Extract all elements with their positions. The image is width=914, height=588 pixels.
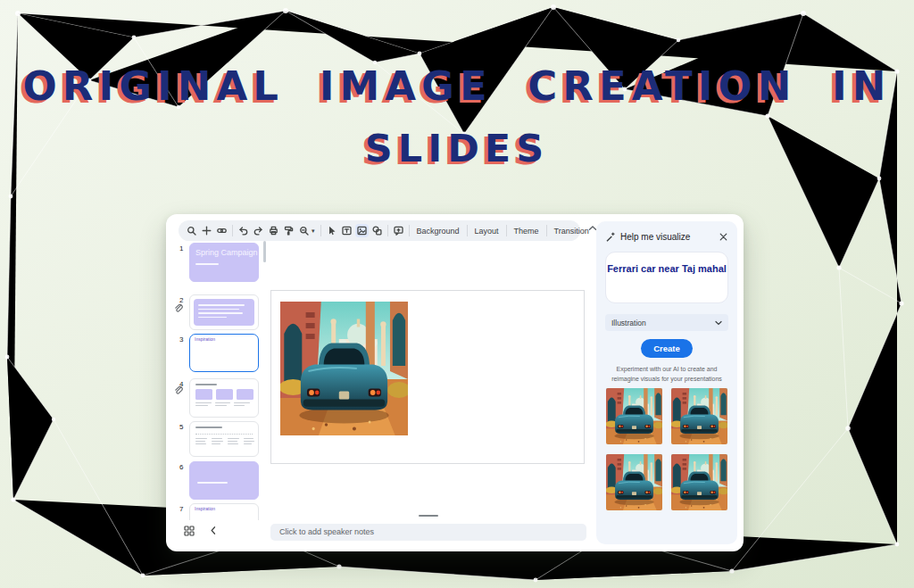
panel-title: Help me visualize bbox=[620, 232, 713, 242]
chevron-left-icon[interactable] bbox=[209, 526, 218, 535]
slide7-label: Inspiration bbox=[190, 504, 258, 511]
zoom-icon[interactable] bbox=[299, 226, 309, 236]
generated-image-4[interactable] bbox=[671, 454, 727, 510]
add-icon[interactable] bbox=[202, 226, 212, 236]
help-me-visualize-panel: Help me visualize Ferrari car near Taj m… bbox=[596, 221, 737, 544]
hero-title-line2: Slides bbox=[0, 129, 914, 168]
slide-thumbnail-1[interactable]: Spring Campaign bbox=[189, 243, 259, 282]
theme-button[interactable]: Theme bbox=[512, 227, 541, 236]
style-dropdown[interactable]: Illustration bbox=[605, 314, 728, 331]
generated-image-3[interactable] bbox=[606, 454, 662, 510]
filmstrip-scrollbar[interactable] bbox=[263, 241, 266, 262]
paperclip-icon bbox=[173, 385, 183, 395]
slide-number: 6 bbox=[179, 463, 183, 471]
slides-app-window: ▾ Background Layout Theme Transition ⋮ 1… bbox=[166, 214, 744, 551]
style-dropdown-value: Illustration bbox=[611, 319, 715, 327]
notes-resize-handle[interactable] bbox=[419, 515, 438, 517]
slide-number: 3 bbox=[179, 335, 183, 344]
chevron-down-icon bbox=[715, 320, 722, 326]
toolbar-divider bbox=[387, 225, 388, 236]
create-button[interactable]: Create bbox=[641, 339, 693, 358]
comment-icon[interactable] bbox=[394, 226, 403, 236]
prompt-input[interactable]: Ferrari car near Taj mahal bbox=[605, 252, 728, 303]
speaker-notes-input[interactable]: Click to add speaker notes bbox=[270, 524, 586, 541]
slide-number: 1 bbox=[179, 244, 183, 253]
insert-image-button-active[interactable] bbox=[355, 224, 369, 237]
print-icon[interactable] bbox=[269, 226, 278, 236]
text-box-icon[interactable] bbox=[342, 226, 352, 236]
toolbar-divider bbox=[506, 225, 507, 236]
slide-number: 5 bbox=[179, 423, 183, 431]
hero-title-line1: Original Image Creation in bbox=[0, 66, 914, 106]
search-icon[interactable] bbox=[187, 226, 196, 236]
background-button[interactable]: Background bbox=[415, 227, 461, 236]
layout-button[interactable]: Layout bbox=[473, 227, 501, 236]
link-icon[interactable] bbox=[217, 226, 227, 236]
toolbar-divider bbox=[232, 225, 233, 236]
toolbar: ▾ Background Layout Theme Transition ⋮ bbox=[179, 220, 580, 241]
transition-button[interactable]: Transition bbox=[553, 227, 591, 236]
generated-image-1[interactable] bbox=[606, 388, 662, 444]
slide-filmstrip[interactable]: 1 Spring Campaign 2 3 Inspiration 4 bbox=[173, 239, 271, 520]
panel-caption: Experiment with our AI to create and rei… bbox=[603, 365, 730, 385]
panel-header: Help me visualize bbox=[605, 230, 728, 243]
page: { "hero": { "title_line1": "Original Ima… bbox=[0, 0, 914, 588]
slide-number: 7 bbox=[179, 505, 183, 513]
slide-thumbnail-6[interactable] bbox=[189, 461, 259, 500]
grid-view-icon[interactable] bbox=[184, 526, 195, 536]
shape-icon[interactable] bbox=[372, 226, 382, 236]
inserted-car-image[interactable] bbox=[280, 302, 408, 435]
undo-icon[interactable] bbox=[238, 226, 248, 236]
slide-thumbnail-7[interactable]: Inspiration bbox=[189, 503, 259, 520]
toolbar-divider bbox=[320, 225, 321, 236]
slide1-title: Spring Campaign bbox=[190, 244, 258, 257]
toolbar-divider bbox=[409, 225, 410, 236]
slide-thumbnail-5[interactable] bbox=[189, 421, 259, 457]
slide-thumbnail-4[interactable] bbox=[189, 378, 259, 418]
toolbar-divider bbox=[546, 225, 547, 236]
slide-thumbnail-3-selected[interactable]: Inspiration bbox=[189, 334, 259, 372]
generated-image-2[interactable] bbox=[671, 388, 727, 444]
select-cursor-icon[interactable] bbox=[327, 226, 337, 236]
insert-image-icon bbox=[357, 226, 367, 236]
slide-canvas[interactable] bbox=[270, 290, 585, 464]
slide3-label: Inspiration bbox=[190, 335, 258, 342]
paint-format-icon[interactable] bbox=[284, 226, 294, 236]
magic-pen-icon bbox=[605, 232, 615, 242]
close-icon[interactable] bbox=[719, 232, 728, 242]
toolbar-divider bbox=[467, 225, 468, 236]
redo-icon[interactable] bbox=[253, 226, 263, 236]
generated-results-grid bbox=[596, 388, 737, 510]
hero-title: Original Image Creation in Slides bbox=[0, 66, 914, 168]
paperclip-icon bbox=[173, 303, 183, 313]
zoom-caret-icon[interactable]: ▾ bbox=[312, 228, 315, 235]
slide-thumbnail-2[interactable] bbox=[189, 294, 259, 330]
